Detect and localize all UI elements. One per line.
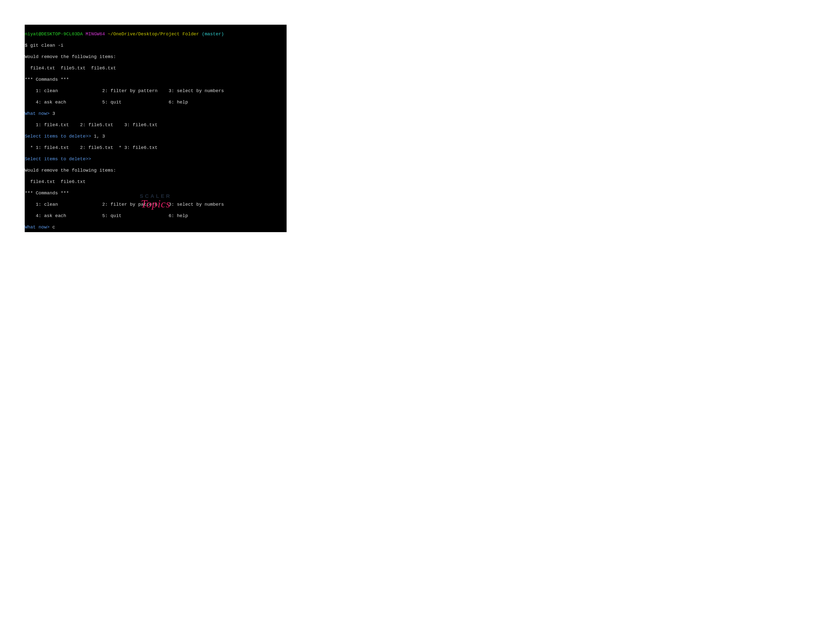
- starred-file-list: * 1: file4.txt 2: file5.txt * 3: file6.t…: [25, 145, 287, 151]
- what-now-1[interactable]: What now> 3: [25, 111, 287, 117]
- what-now-prompt: What now>: [25, 225, 52, 230]
- brand-logo: SCALER Topics: [0, 193, 311, 210]
- logo-line-2: Topics: [0, 197, 311, 210]
- would-remove-header-1: Would remove the following items:: [25, 54, 287, 60]
- command-input-1[interactable]: $ git clean -i: [25, 43, 287, 49]
- prompt-shell: MINGW64: [83, 31, 108, 37]
- file-list-1: file4.txt file5.txt file6.txt: [25, 66, 287, 71]
- what-now-prompt: What now>: [25, 111, 52, 116]
- menu-row-1a: 1: clean 2: filter by pattern 3: select …: [25, 88, 287, 94]
- what-now-answer: 3: [52, 111, 55, 116]
- numbered-file-list: 1: file4.txt 2: file5.txt 3: file6.txt: [25, 122, 287, 128]
- would-remove-header-2: Would remove the following items:: [25, 167, 287, 173]
- menu-row-2b: 4: ask each 5: quit 6: help: [25, 213, 287, 219]
- prompt-branch: (master): [199, 31, 224, 37]
- menu-row-1b: 4: ask each 5: quit 6: help: [25, 100, 287, 105]
- select-prompt: Select items to delete>>: [25, 134, 94, 139]
- select-items-2[interactable]: Select items to delete>>: [25, 156, 287, 162]
- select-items-1[interactable]: Select items to delete>> 1, 3: [25, 134, 287, 139]
- commands-header-1: *** Commands ***: [25, 77, 287, 83]
- prompt-line-1: niyat@DESKTOP-9CL03DA MINGW64 ~/OneDrive…: [25, 31, 287, 37]
- prompt-user: niyat@DESKTOP-9CL03DA: [25, 31, 83, 37]
- file-list-2: file4.txt file6.txt: [25, 179, 287, 185]
- prompt-path: ~/OneDrive/Desktop/Project Folder: [108, 31, 199, 37]
- what-now-2[interactable]: What now> c: [25, 224, 287, 230]
- select-answer: 1, 3: [94, 134, 105, 139]
- what-now-answer: c: [52, 225, 55, 230]
